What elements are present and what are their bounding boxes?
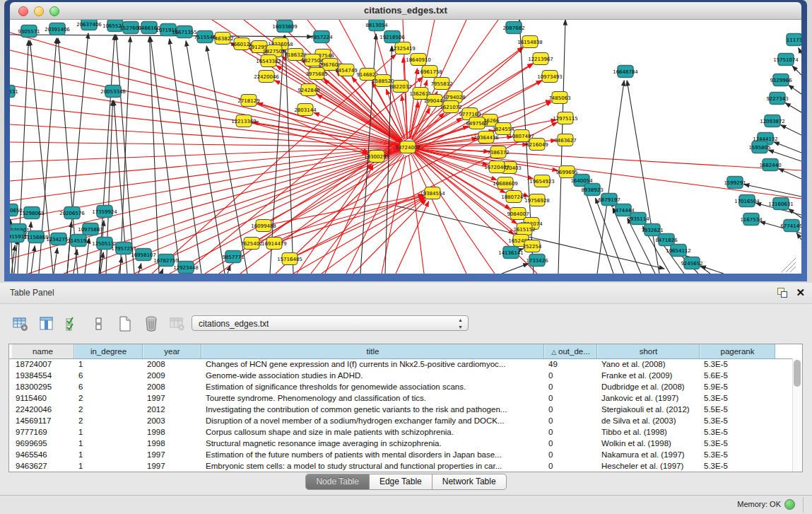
network-edge[interactable]	[206, 46, 247, 274]
delete-column-button[interactable]	[141, 313, 162, 334]
network-node[interactable]: 19654923	[529, 175, 555, 187]
network-edge[interactable]	[285, 35, 293, 274]
network-node[interactable]: 9329966	[770, 74, 792, 86]
network-node[interactable]: 20391406	[45, 23, 70, 35]
network-edge[interactable]	[31, 246, 35, 274]
column-header-year[interactable]: year	[143, 344, 201, 358]
network-node[interactable]: 15298065	[19, 207, 45, 219]
network-node[interactable]: 7485063	[548, 92, 570, 104]
network-edge[interactable]	[774, 142, 801, 153]
network-node[interactable]: 2935114	[627, 213, 649, 225]
column-header-short[interactable]: short	[597, 344, 700, 358]
network-node[interactable]: 19218506	[379, 31, 405, 43]
column-header-name[interactable]: name	[11, 344, 74, 358]
column-header-in_degree[interactable]: in_degree	[74, 344, 143, 358]
table-row[interactable]: 911546021997Tourette syndrome. Phenomeno…	[11, 392, 792, 404]
table-vertical-scrollbar[interactable]	[792, 358, 802, 472]
network-edge[interactable]	[150, 37, 159, 274]
network-edge[interactable]	[298, 197, 424, 255]
network-window-titlebar[interactable]: citations_edges.txt	[10, 2, 801, 20]
network-node[interactable]: 1595805	[748, 141, 770, 153]
network-edge[interactable]	[700, 266, 724, 274]
network-edge[interactable]	[134, 151, 400, 274]
network-node[interactable]: 12325419	[390, 42, 416, 54]
close-panel-icon[interactable]: ✕	[796, 287, 805, 298]
new-column-button[interactable]	[114, 313, 136, 334]
network-node[interactable]: 6497568	[466, 117, 488, 129]
network-node[interactable]: 12213967	[528, 53, 553, 65]
network-node[interactable]: 1167534	[740, 214, 763, 226]
network-node[interactable]: 12160631	[768, 198, 794, 210]
network-node[interactable]: 16961758	[417, 66, 442, 78]
network-edge[interactable]	[413, 154, 495, 274]
network-node[interactable]: 1145194	[67, 235, 90, 247]
network-node[interactable]: 7955812	[430, 78, 452, 90]
network-edge[interactable]	[10, 105, 399, 146]
canvas-resize-grip[interactable]	[782, 258, 796, 272]
network-node[interactable]: 17016504	[734, 195, 760, 207]
table-mode-button[interactable]	[10, 313, 31, 334]
network-node[interactable]: 2087682	[502, 22, 524, 34]
network-node[interactable]: 7386372	[487, 146, 509, 158]
network-node[interactable]: 8454749	[335, 64, 357, 76]
network-edge[interactable]	[781, 125, 801, 135]
network-node[interactable]: 9242848	[298, 84, 319, 96]
table-row[interactable]: 946554611997Estimation of the future num…	[11, 449, 792, 460]
network-edge[interactable]	[14, 239, 18, 274]
scrollbar-thumb[interactable]	[794, 360, 801, 387]
network-node[interactable]: 2718129	[237, 95, 259, 107]
table-row[interactable]: 977716911998Corpus callosum shape and si…	[11, 426, 792, 438]
network-edge[interactable]	[10, 68, 399, 146]
network-edge[interactable]	[792, 66, 801, 75]
tab-edge-table[interactable]: Edge Table	[370, 474, 433, 490]
memory-status-indicator[interactable]	[784, 499, 795, 510]
network-node[interactable]: 2803144	[294, 104, 317, 116]
float-panel-icon[interactable]	[777, 287, 787, 298]
table-select-dropdown[interactable]: citations_edges.txt ▲▼	[192, 315, 469, 331]
network-edge[interactable]	[785, 103, 801, 112]
column-header-pagerank[interactable]: pagerank	[700, 344, 775, 358]
row-height-button[interactable]	[88, 313, 110, 334]
network-node[interactable]: 10688609	[493, 177, 518, 189]
table-row[interactable]: 1872400712008Changes of HCN gene express…	[11, 358, 792, 370]
network-node[interactable]: 8813054	[365, 20, 388, 31]
network-edge[interactable]	[139, 264, 141, 274]
network-node[interactable]: 9245652	[681, 257, 702, 269]
network-edge[interactable]	[796, 233, 801, 240]
network-node[interactable]: 1733426	[526, 255, 548, 267]
network-node[interactable]: 20206576	[59, 207, 85, 219]
network-node[interactable]: 7857224	[310, 31, 333, 43]
tab-node-table[interactable]: Node Table	[305, 474, 370, 490]
table-row[interactable]: 2242004622012Investigating the contribut…	[11, 404, 792, 415]
network-canvas[interactable]: 1872400774638228660128591295418226058982…	[10, 20, 801, 274]
network-node[interactable]: 9857771	[222, 251, 244, 263]
network-node[interactable]: 1599291	[724, 177, 746, 189]
network-node[interactable]: 6216049	[526, 139, 548, 151]
network-node[interactable]: 8822037	[389, 81, 411, 93]
network-node[interactable]: 12213369	[231, 115, 257, 127]
network-node[interactable]: 9305571	[18, 25, 40, 37]
table-row[interactable]: 1938455462009Genome-wide association stu…	[11, 370, 792, 381]
network-edge[interactable]	[240, 152, 401, 274]
network-edge[interactable]	[54, 248, 57, 274]
network-edge[interactable]	[789, 85, 801, 94]
table-row[interactable]: 969969511998Structural magnetic resonanc…	[11, 438, 792, 449]
network-edge[interactable]	[151, 37, 180, 274]
network-edge[interactable]	[260, 195, 424, 240]
network-node[interactable]: 3975685	[305, 68, 327, 80]
network-node[interactable]: 16033809	[272, 21, 298, 33]
network-node[interactable]: 19756928	[524, 194, 550, 206]
network-node[interactable]: 9463627	[554, 134, 576, 146]
network-node[interactable]: 7625402	[240, 238, 262, 250]
network-edge[interactable]	[186, 41, 225, 274]
network-node[interactable]: 20637406	[76, 20, 102, 30]
network-edge[interactable]	[799, 48, 801, 54]
column-header-title[interactable]: title	[201, 344, 544, 358]
tab-network-table[interactable]: Network Table	[433, 474, 507, 490]
network-edge[interactable]	[627, 81, 659, 274]
network-edge[interactable]	[161, 269, 163, 274]
table-row[interactable]: 1830029562008Estimation of significance …	[11, 381, 792, 392]
select-all-button[interactable]	[62, 313, 83, 334]
network-node[interactable]: 1615152	[513, 223, 535, 235]
network-edge[interactable]	[67, 222, 71, 274]
